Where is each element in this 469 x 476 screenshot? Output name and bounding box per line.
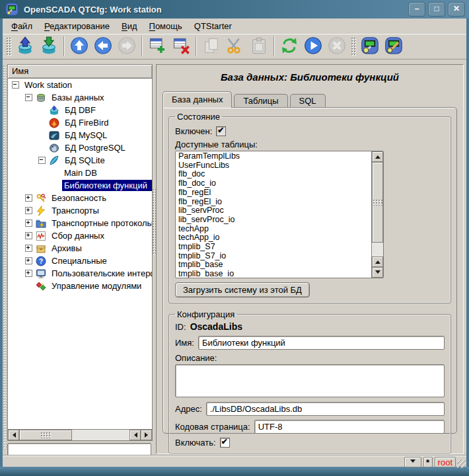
tree-item-databases[interactable]: Базы данных <box>8 91 152 104</box>
resize-grip[interactable] <box>457 459 466 468</box>
refresh-button[interactable] <box>277 35 301 58</box>
tree-item-work-station[interactable]: Work station <box>8 79 152 91</box>
expand-icon[interactable] <box>25 207 32 214</box>
nav-up-button[interactable] <box>67 35 91 58</box>
expand-icon[interactable] <box>25 232 32 239</box>
tree-item-db-postgresql[interactable]: БД PostgreSQL <box>8 141 152 154</box>
tab-sql[interactable]: SQL <box>290 94 326 108</box>
list-item[interactable]: flb_doc <box>178 170 371 179</box>
list-item[interactable]: tmplib_base_io <box>178 270 371 278</box>
tree-item-user-interfaces[interactable]: Пользовательские интерфейсы <box>8 267 152 280</box>
menu-item-qtstarter[interactable]: QTStarter <box>188 20 238 32</box>
collapse-icon[interactable] <box>25 94 32 101</box>
enabled-checkbox[interactable]: ✔ <box>216 126 226 136</box>
list-item[interactable]: flb_doc_io <box>178 179 371 188</box>
enable-checkbox[interactable]: ✔ <box>220 438 230 448</box>
scroll-up-button-2[interactable] <box>372 257 383 267</box>
tree-item-data-acquisition[interactable]: Сбор данных <box>8 229 152 242</box>
expand-icon[interactable] <box>25 257 32 264</box>
list-item[interactable]: ParamTemplLibs <box>178 152 371 161</box>
qtstarter-config-button[interactable] <box>358 35 382 58</box>
list-item[interactable]: tmplib_S7 <box>178 243 371 252</box>
minimize-button[interactable]: – <box>408 2 425 17</box>
qtstarter-runtime-button[interactable] <box>382 35 406 58</box>
expand-icon[interactable] <box>25 219 32 227</box>
tree-item-label: Безопасность <box>50 192 108 204</box>
list-item[interactable]: tmplib_base <box>178 260 371 270</box>
scrollbar-thumb[interactable] <box>372 162 383 243</box>
description-textarea[interactable] <box>175 364 445 397</box>
codepage-input[interactable] <box>254 420 445 434</box>
close-button[interactable]: ✕ <box>448 2 465 17</box>
copy-button[interactable] <box>199 35 223 58</box>
menu-item-help[interactable]: Помощь <box>143 20 188 32</box>
list-item[interactable]: tmplib_S7_io <box>178 252 371 261</box>
expand-icon[interactable] <box>25 270 32 277</box>
scroll-left-button[interactable] <box>8 430 19 440</box>
tree-item-function-libraries[interactable]: Библиотеки функций <box>8 179 152 192</box>
start-button[interactable] <box>301 35 325 58</box>
toolbar-handle[interactable] <box>351 37 356 56</box>
status-combobox[interactable] <box>404 457 421 467</box>
tree-item-db-mysql[interactable]: БД MySQL <box>8 129 152 141</box>
tree-item-db-sqlite[interactable]: БД SQLite <box>8 154 152 167</box>
tables-listbox[interactable]: ParamTemplLibsUserFuncLibsflb_docflb_doc… <box>175 151 384 278</box>
menu-item-view[interactable]: Вид <box>116 20 143 32</box>
scrollbar-thumb[interactable] <box>19 430 72 440</box>
collapse-icon[interactable] <box>12 81 19 89</box>
tree-item-db-dbf[interactable]: БД DBF <box>8 104 152 116</box>
list-item[interactable]: lib_servProc_io <box>178 216 371 225</box>
load-system-button[interactable]: Загрузить систему из этой БД <box>175 282 310 298</box>
list-item[interactable]: techApp_io <box>178 233 371 243</box>
cut-button[interactable] <box>223 35 247 58</box>
paste-icon <box>250 36 268 57</box>
tree-horizontal-scrollbar[interactable] <box>8 429 152 440</box>
tree-item-security[interactable]: Безопасность <box>8 192 152 204</box>
scroll-left-button-2[interactable] <box>129 430 141 440</box>
maximize-button[interactable]: □ <box>428 2 445 17</box>
tree-column-header[interactable]: Имя <box>8 65 152 79</box>
tab-database[interactable]: База данных <box>162 91 232 108</box>
nav-back-button[interactable] <box>91 35 115 58</box>
tab-tables[interactable]: Таблицы <box>234 94 287 108</box>
tree-item-module-management[interactable]: Управление модулями <box>8 280 152 292</box>
dock-handle[interactable] <box>3 65 7 450</box>
scrollbar-track[interactable] <box>72 430 129 440</box>
collapse-icon[interactable] <box>38 157 46 164</box>
load-from-db-button[interactable] <box>13 35 37 58</box>
expand-icon[interactable] <box>25 194 32 202</box>
stop-button[interactable] <box>325 35 349 58</box>
tree-item-transports[interactable]: Транспорты <box>8 204 152 217</box>
tree-item-archives[interactable]: Архивы <box>8 242 152 255</box>
nav-forward-button[interactable] <box>115 35 139 58</box>
list-item[interactable]: UserFuncLibs <box>178 161 371 171</box>
save-to-db-button[interactable] <box>37 35 61 58</box>
toolbar-handle[interactable] <box>6 37 11 56</box>
item-delete-button[interactable] <box>169 35 193 58</box>
list-vertical-scrollbar[interactable] <box>371 151 383 278</box>
list-item[interactable]: flb_regEl_io <box>178 198 371 207</box>
tree-item-specials[interactable]: ?Специальные <box>8 255 152 267</box>
scrollbar-track[interactable] <box>372 243 383 257</box>
menu-item-file[interactable]: Файл <box>5 20 38 32</box>
scroll-right-button[interactable] <box>141 430 152 440</box>
menu-item-edit[interactable]: Редактирование <box>38 20 116 32</box>
item-add-button[interactable] <box>145 35 169 58</box>
list-item[interactable]: lib_servProc <box>178 206 371 216</box>
name-input[interactable] <box>198 336 445 350</box>
paste-button[interactable] <box>247 35 271 58</box>
scroll-down-button[interactable] <box>372 267 383 278</box>
tree-item-transport-protocols[interactable]: Транспортные протоколы <box>8 217 152 229</box>
titlebar[interactable]: OpenSCADA QTCfg: Work station –□✕ <box>0 0 469 19</box>
list-item[interactable]: flb_regEl <box>178 188 371 198</box>
tree-item-main-db[interactable]: Main DB <box>8 167 152 179</box>
address-input[interactable] <box>206 402 445 416</box>
tree-filter-input[interactable] <box>7 443 151 456</box>
expand-icon[interactable] <box>25 245 32 252</box>
scroll-up-button[interactable] <box>372 151 383 162</box>
list-item[interactable]: techApp <box>178 225 371 234</box>
tree-item-label: БД SQLite <box>63 155 107 166</box>
tree-item-db-firebird[interactable]: БД FireBird <box>8 116 152 129</box>
question-globe-icon: ? <box>36 256 46 266</box>
toolbar-separator <box>196 36 197 56</box>
